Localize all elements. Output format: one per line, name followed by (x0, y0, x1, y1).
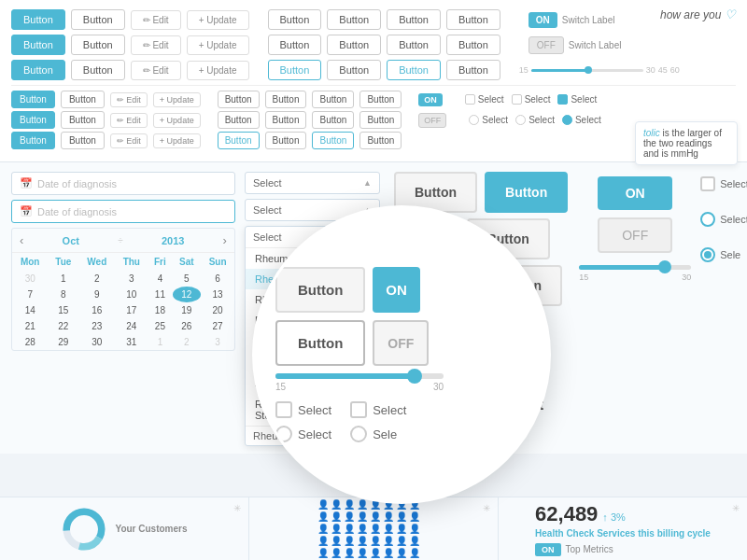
calendar-day-4-3[interactable]: 31 (115, 334, 148, 350)
zoom-slider-track[interactable] (275, 373, 444, 379)
date-input-1[interactable]: 📅 Date of diagnosis (11, 172, 235, 195)
zoom-radio-2[interactable]: Sele (350, 426, 397, 442)
calendar-day-3-6[interactable]: 27 (201, 318, 234, 334)
calendar-day-2-5[interactable]: 19 (173, 302, 202, 318)
calendar-day-4-4[interactable]: 1 (148, 334, 172, 350)
calendar-day-0-3[interactable]: 3 (115, 271, 148, 287)
large-radio-circle-1[interactable] (700, 212, 715, 227)
zoom-cb-1[interactable]: Select (275, 401, 331, 418)
calendar-day-1-0[interactable]: 7 (12, 287, 48, 302)
primary-button-2[interactable]: Button (11, 35, 65, 55)
calendar-day-3-4[interactable]: 25 (148, 318, 172, 334)
default-button-2[interactable]: Button (71, 35, 125, 55)
btn-row2-b3[interactable]: Button (387, 35, 441, 55)
large-slider-thumb[interactable] (658, 260, 671, 273)
default-button-3[interactable]: Button (71, 60, 125, 80)
calendar-day-3-3[interactable]: 24 (115, 318, 148, 334)
calendar-day-1-1[interactable]: 8 (48, 287, 78, 302)
large-select-item[interactable]: Sele (700, 247, 740, 262)
calendar-day-1-4[interactable]: 11 (148, 287, 172, 302)
zoom-radio-circle-2[interactable] (350, 426, 367, 442)
date-input-2[interactable]: 📅 Date of diagnosis (11, 200, 235, 223)
calendar-day-2-6[interactable]: 20 (201, 302, 234, 318)
calendar-day-1-3[interactable]: 10 (115, 287, 148, 302)
calendar-day-4-5[interactable]: 2 (173, 334, 202, 350)
edit-button-2[interactable]: ✏ Edit (131, 35, 181, 55)
sm-default-3[interactable]: Button (61, 132, 105, 149)
slider-track[interactable] (531, 69, 643, 72)
sm-edit-2[interactable]: ✏ Edit (110, 113, 148, 128)
primary-button-1[interactable]: Button (11, 9, 65, 30)
calendar-day-1-2[interactable]: 9 (78, 287, 115, 302)
calendar-day-2-1[interactable]: 15 (48, 302, 78, 318)
radio-item-2[interactable]: Select (515, 115, 555, 125)
sm-btn-1[interactable]: Button (218, 91, 260, 108)
sm-btn-9[interactable]: Button (265, 132, 307, 149)
zoom-btn-3[interactable]: Button (275, 320, 365, 366)
sm-btn-4[interactable]: Button (359, 91, 402, 108)
primary-button-3[interactable]: Button (11, 60, 65, 80)
sm-btn-3[interactable]: Button (312, 91, 354, 108)
calendar-day-0-2[interactable]: 2 (78, 271, 115, 287)
calendar-day-3-5[interactable]: 26 (173, 318, 202, 334)
zoom-radio-1[interactable]: Select (275, 426, 331, 442)
metrics-switch-on-btn[interactable]: ON (535, 543, 561, 556)
zoom-btn-4-off[interactable]: OFF (373, 320, 429, 366)
sm-switch-off-1[interactable]: OFF (418, 113, 446, 128)
sm-primary-3[interactable]: Button (11, 132, 55, 149)
teal-btn-2[interactable]: Button (387, 60, 441, 80)
calendar-day-2-0[interactable]: 14 (12, 302, 48, 318)
large-btn-2-teal[interactable]: Button (485, 172, 568, 213)
btn-row1-b3[interactable]: Button (387, 9, 441, 30)
btn-row2-b1[interactable]: Button (268, 35, 322, 55)
sm-edit-3[interactable]: ✏ Edit (110, 133, 148, 148)
calendar-day-1-6[interactable]: 13 (201, 287, 234, 302)
calendar-day-0-4[interactable]: 4 (148, 271, 172, 287)
zoom-checkbox-box-1[interactable] (275, 401, 292, 418)
calendar-day-0-6[interactable]: 6 (201, 271, 234, 287)
update-button-2[interactable]: + Update (187, 35, 249, 55)
checkbox-item-3[interactable]: Select (557, 94, 597, 105)
sm-btn-2[interactable]: Button (265, 91, 307, 108)
calendar-day-4-2[interactable]: 30 (78, 334, 115, 350)
sm-btn-6[interactable]: Button (265, 111, 307, 129)
sm-btn-8[interactable]: Button (359, 111, 402, 129)
calendar-day-3-0[interactable]: 21 (12, 318, 48, 334)
zoom-checkbox-box-2[interactable] (350, 401, 367, 418)
cal-next-btn[interactable]: › (223, 233, 227, 247)
sm-update-2[interactable]: + Update (153, 113, 201, 128)
sm-teal-btn-1[interactable]: Button (218, 132, 260, 149)
radio-item-1[interactable]: Select (469, 115, 508, 125)
btn-row3-b4[interactable]: Button (446, 60, 500, 80)
calendar-day-0-0[interactable]: 30 (12, 271, 48, 287)
large-switch-on-btn[interactable]: ON (598, 176, 672, 210)
large-radio-circle-2-filled[interactable] (700, 247, 715, 262)
calendar-day-0-5[interactable]: 5 (173, 271, 202, 287)
calendar-day-3-2[interactable]: 23 (78, 318, 115, 334)
cal-prev-btn[interactable]: ‹ (20, 233, 23, 247)
edit-button-1[interactable]: ✏ Edit (131, 10, 181, 30)
sm-switch-on-1[interactable]: ON (418, 93, 443, 106)
calendar-day-0-1[interactable]: 1 (48, 271, 78, 287)
sm-update-3[interactable]: + Update (153, 133, 201, 148)
btn-row1-b2[interactable]: Button (327, 9, 381, 30)
sm-btn-5[interactable]: Button (218, 111, 260, 129)
zoom-radio-circle-1[interactable] (275, 426, 292, 442)
calendar-day-4-6[interactable]: 3 (201, 334, 234, 350)
calendar-day-2-4[interactable]: 18 (148, 302, 172, 318)
checkbox-1[interactable] (465, 94, 475, 105)
update-button-1[interactable]: + Update (187, 10, 249, 30)
zoom-btn-2-on[interactable]: ON (373, 267, 420, 313)
sm-edit-1[interactable]: ✏ Edit (110, 92, 148, 107)
sm-update-1[interactable]: + Update (153, 92, 201, 107)
large-radio-1[interactable]: Select (700, 212, 747, 227)
zoom-slider-thumb[interactable] (407, 369, 422, 384)
sm-default-1[interactable]: Button (61, 91, 105, 108)
btn-row2-b2[interactable]: Button (327, 35, 381, 55)
switch-on-btn-1[interactable]: ON (529, 12, 557, 28)
radio-3-selected[interactable] (562, 115, 572, 125)
zoom-cb-2[interactable]: Select (350, 401, 406, 418)
slider-thumb[interactable] (585, 66, 592, 74)
btn-row2-b4[interactable]: Button (446, 35, 500, 55)
sm-primary-2[interactable]: Button (11, 111, 55, 129)
